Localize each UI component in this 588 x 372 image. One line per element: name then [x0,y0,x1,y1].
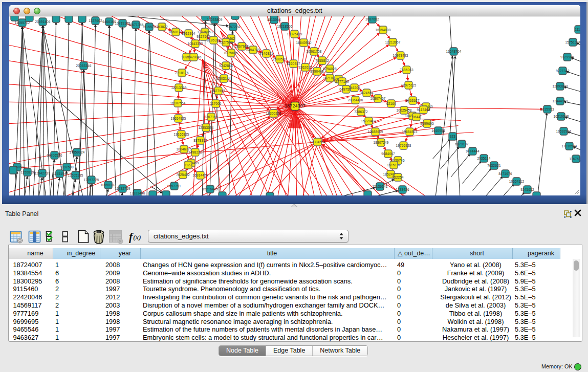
svg-text:12353594: 12353594 [198,125,213,129]
svg-text:13325419: 13325419 [287,32,302,35]
svg-text:9463627: 9463627 [406,98,420,102]
svg-text:1167533: 1167533 [569,157,580,160]
svg-text:15720407: 15720407 [361,119,376,122]
svg-text:8912954: 8912954 [182,31,195,35]
svg-text:9242848: 9242848 [219,63,233,67]
svg-text:8660123: 8660123 [169,30,183,33]
svg-text:8813054: 8813054 [267,17,281,21]
svg-text:20364436: 20364436 [347,98,363,101]
svg-text:252254: 252254 [392,175,404,179]
svg-text:8375685: 8375685 [224,51,238,54]
svg-text:1145194: 1145194 [53,171,66,175]
svg-text:8220357: 8220357 [287,61,300,65]
svg-text:20206516: 20206516 [47,153,62,157]
svg-text:10961758: 10961758 [306,49,321,53]
svg-text:6794028: 6794028 [323,67,337,70]
svg-text:12213369: 12213369 [171,85,186,89]
svg-text:8471676: 8471676 [498,171,512,175]
svg-text:16914479: 16914479 [192,173,208,177]
svg-text:16640910: 16640910 [296,40,311,44]
svg-text:10688609: 10688609 [367,129,383,133]
svg-text:6879197: 6879197 [455,142,469,145]
svg-text:7955812: 7955812 [315,58,329,62]
svg-text:16782759: 16782759 [115,186,130,190]
svg-text:8878352: 8878352 [193,138,207,142]
svg-text:2867608: 2867608 [235,44,249,48]
svg-text:1733426: 1733426 [396,187,409,191]
svg-text:3624554: 3624554 [360,91,374,94]
svg-text:9657791: 9657791 [167,184,181,187]
svg-text:1112: 1112 [575,27,580,31]
svg-text:3498222: 3498222 [188,150,202,154]
svg-text:62160: 62160 [386,101,396,105]
svg-text:10807467: 10807467 [370,96,385,100]
svg-text:763822: 763822 [156,25,168,28]
svg-text:7485063: 7485063 [400,68,413,71]
svg-text:1156819: 1156819 [20,170,34,173]
svg-text:6466160: 6466160 [102,19,116,23]
svg-text:10543342: 10543342 [187,41,203,45]
svg-text:20691406: 20691406 [35,19,50,23]
svg-text:3127: 3127 [184,163,191,166]
svg-text:2588520: 2588520 [273,57,287,60]
svg-text:12923446: 12923446 [129,191,145,194]
svg-text:(x): (x) [133,233,141,241]
svg-text:117006: 117006 [210,101,221,105]
svg-text:923: 923 [449,134,455,138]
svg-text:18724007: 18724007 [285,103,306,108]
svg-text:19692971: 19692971 [556,129,571,133]
svg-text:12505135: 12505135 [68,173,83,177]
svg-text:16210643: 16210643 [553,114,569,118]
svg-text:9245652: 9245652 [520,187,534,191]
svg-text:15751074: 15751074 [565,40,580,43]
svg-text:20053346: 20053346 [76,63,91,67]
svg-text:18807249: 18807249 [373,140,388,144]
svg-text:16154808: 16154808 [375,28,390,31]
svg-text:10025458: 10025458 [396,108,411,112]
svg-text:10654112: 10654112 [509,179,524,183]
svg-text:12213967: 12213967 [385,40,400,43]
svg-text:8454749: 8454749 [246,48,260,51]
svg-text:19756928: 19756928 [396,143,411,147]
svg-text:22420046: 22420046 [186,55,201,58]
svg-text:7357224: 7357224 [226,25,240,28]
svg-text:17016504: 17016504 [561,144,577,147]
svg-text:9644: 9644 [412,115,420,118]
svg-text:9113468: 9113468 [417,107,430,111]
svg-text:19654923: 19654923 [402,129,417,133]
svg-text:18300295: 18300295 [266,111,281,115]
svg-text:9262615: 9262615 [298,65,312,69]
svg-text:9397588: 9397588 [60,165,74,168]
svg-text:19654925: 19654925 [170,116,186,120]
svg-text:10973493: 10973493 [393,53,408,57]
svg-text:2718176: 2718176 [175,71,189,74]
svg-text:9777169: 9777169 [335,79,349,83]
svg-text:1615132: 1615132 [387,163,401,166]
svg-text:9084067: 9084067 [381,151,395,155]
svg-text:16671355: 16671355 [128,23,143,26]
svg-text:9227342: 9227342 [556,69,570,72]
svg-text:19384554: 19384554 [310,140,325,143]
svg-text:8990448: 8990448 [310,69,324,73]
svg-text:16033809: 16033809 [207,17,222,21]
svg-text:9146821: 9146821 [259,51,273,55]
svg-text:12444159: 12444159 [552,99,568,102]
svg-text:2087682: 2087682 [365,17,379,20]
svg-text:17359924: 17359924 [69,150,84,154]
svg-text:746206: 746206 [349,85,360,89]
svg-text:19218506: 19218506 [277,24,292,28]
svg-text:12093823: 12093823 [552,84,568,87]
svg-text:8215953: 8215953 [540,107,554,111]
svg-text:12975115: 12975115 [401,83,416,86]
svg-text:9474444: 9474444 [466,149,480,152]
svg-text:9327508: 9327508 [219,40,233,43]
svg-text:9327505: 9327505 [197,34,210,38]
svg-text:8427552: 8427552 [211,89,225,92]
svg-text:1527602: 1527602 [89,18,102,22]
svg-text:9699695: 9699695 [420,121,434,125]
svg-text:7625402: 7625402 [176,172,190,176]
svg-text:8267150: 8267150 [204,115,218,118]
svg-text:16107554: 16107554 [170,101,185,104]
svg-text:16548764: 16548764 [446,49,461,53]
svg-text:19166825: 19166825 [173,132,189,136]
